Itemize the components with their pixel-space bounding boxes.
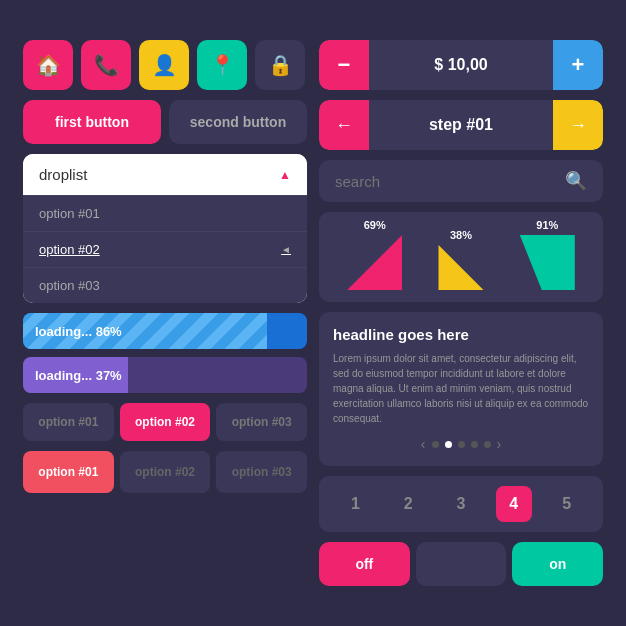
option-3-label: option #03 [39, 278, 100, 293]
droplist-options: option #01 option #02 ◄ option #03 [23, 195, 307, 303]
bottom-opt-3[interactable]: option #03 [216, 451, 307, 493]
progress-label-2: loading... 37% [35, 368, 122, 383]
counter-plus-button[interactable]: + [553, 40, 603, 90]
bottom-opt-1[interactable]: option #01 [23, 451, 114, 493]
article-section: headline goes here Lorem ipsum dolor sit… [319, 312, 603, 466]
counter-minus-button[interactable]: − [319, 40, 369, 90]
button-row: first button second button [23, 100, 307, 144]
toggle-off-button[interactable]: off [319, 542, 410, 586]
progress-bar-purple: loading... 37% [23, 357, 307, 393]
step-label: step #01 [369, 116, 553, 134]
option-tab-1[interactable]: option #01 [23, 403, 114, 441]
bottom-opt-2[interactable]: option #02 [120, 451, 211, 493]
step-forward-button[interactable]: → [553, 100, 603, 150]
second-button[interactable]: second button [169, 100, 307, 144]
search-icon[interactable]: 🔍 [565, 170, 587, 192]
home-icon-button[interactable]: 🏠 [23, 40, 73, 90]
droplist[interactable]: droplist ▲ option #01 option #02 ◄ optio… [23, 154, 307, 303]
option-2-label: option #02 [39, 242, 100, 257]
droplist-label: droplist [39, 166, 87, 183]
option-arrow-icon: ◄ [281, 244, 291, 255]
counter-value: $ 10,00 [369, 56, 553, 74]
option-tab-3[interactable]: option #03 [216, 403, 307, 441]
bottom-options: option #01 option #02 option #03 [23, 451, 307, 493]
first-button[interactable]: first button [23, 100, 161, 144]
page-3-button[interactable]: 3 [443, 486, 479, 522]
option-tabs: option #01 option #02 option #03 [23, 403, 307, 441]
page-4-button[interactable]: 4 [496, 486, 532, 522]
chart-shape-yellow [438, 245, 483, 290]
droplist-option-2[interactable]: option #02 ◄ [23, 231, 307, 267]
step-back-button[interactable]: ← [319, 100, 369, 150]
dots-next-icon[interactable]: › [497, 436, 502, 452]
page-5-button[interactable]: 5 [549, 486, 585, 522]
progress-label-1: loading... 86% [35, 324, 122, 339]
chart-pct-1: 69% [364, 219, 386, 231]
right-column: − $ 10,00 + ← step #01 → 🔍 69% 38% [319, 40, 603, 586]
article-text: Lorem ipsum dolor sit amet, consectetur … [333, 351, 589, 426]
location-icon-button[interactable]: 📍 [197, 40, 247, 90]
search-bar: 🔍 [319, 160, 603, 202]
dot-2[interactable] [445, 441, 452, 448]
search-input[interactable] [335, 173, 555, 190]
droplist-option-1[interactable]: option #01 [23, 195, 307, 231]
chart-pct-3: 91% [536, 219, 558, 231]
toggle-mid-button[interactable] [416, 542, 507, 586]
chart-bar-2: 38% [438, 229, 483, 290]
user-icon-button[interactable]: 👤 [139, 40, 189, 90]
chart-shape-pink [347, 235, 402, 290]
left-column: 🏠 📞 👤 📍 🔒 first button second button dro… [23, 40, 307, 586]
page-1-button[interactable]: 1 [337, 486, 373, 522]
icon-row: 🏠 📞 👤 📍 🔒 [23, 40, 307, 90]
lock-icon-button[interactable]: 🔒 [255, 40, 305, 90]
droplist-option-3[interactable]: option #03 [23, 267, 307, 303]
progress-bar-blue: loading... 86% [23, 313, 307, 349]
step-row: ← step #01 → [319, 100, 603, 150]
phone-icon-button[interactable]: 📞 [81, 40, 131, 90]
article-title: headline goes here [333, 326, 589, 343]
droplist-header[interactable]: droplist ▲ [23, 154, 307, 195]
progress-section: loading... 86% loading... 37% [23, 313, 307, 393]
chart-pct-2: 38% [450, 229, 472, 241]
main-container: 🏠 📞 👤 📍 🔒 first button second button dro… [23, 40, 603, 586]
counter-row: − $ 10,00 + [319, 40, 603, 90]
page-2-button[interactable]: 2 [390, 486, 426, 522]
dot-3[interactable] [458, 441, 465, 448]
chart-area: 69% 38% 91% [319, 212, 603, 302]
option-tab-2[interactable]: option #02 [120, 403, 211, 441]
chart-shape-teal [520, 235, 575, 290]
dots-prev-icon[interactable]: ‹ [421, 436, 426, 452]
dot-5[interactable] [484, 441, 491, 448]
droplist-arrow-icon: ▲ [279, 168, 291, 182]
pagination-row: 1 2 3 4 5 [319, 476, 603, 532]
toggle-row: off on [319, 542, 603, 586]
article-dots: ‹ › [333, 436, 589, 452]
chart-bar-3: 91% [520, 219, 575, 290]
dot-4[interactable] [471, 441, 478, 448]
dot-1[interactable] [432, 441, 439, 448]
chart-bar-1: 69% [347, 219, 402, 290]
toggle-on-button[interactable]: on [512, 542, 603, 586]
option-1-label: option #01 [39, 206, 100, 221]
